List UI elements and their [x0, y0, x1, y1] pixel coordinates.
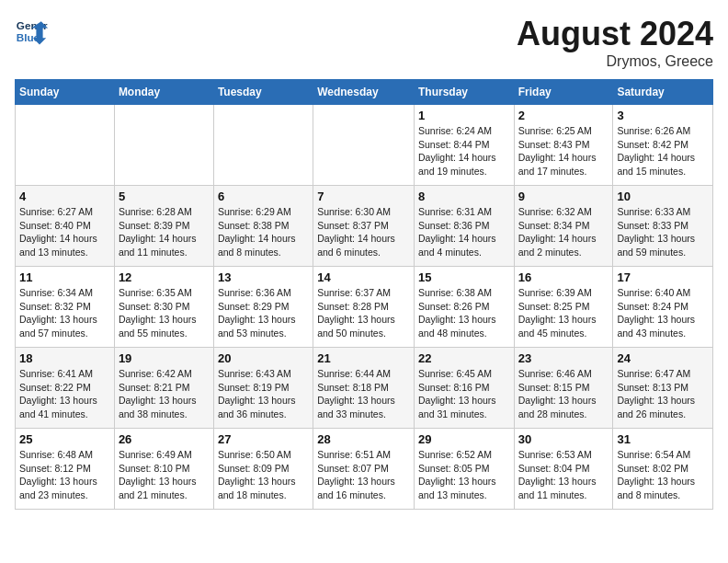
day-number: 18 [19, 351, 110, 365]
calendar-cell: 7Sunrise: 6:30 AM Sunset: 8:37 PM Daylig… [313, 186, 415, 267]
calendar-cell: 2Sunrise: 6:25 AM Sunset: 8:43 PM Daylig… [514, 105, 613, 186]
logo-icon: General Blue [15, 15, 48, 48]
logo: General Blue [15, 15, 48, 48]
day-of-week-row: SundayMondayTuesdayWednesdayThursdayFrid… [16, 80, 713, 105]
day-number: 30 [518, 432, 609, 446]
calendar-week: 4Sunrise: 6:27 AM Sunset: 8:40 PM Daylig… [16, 186, 713, 267]
calendar-table: SundayMondayTuesdayWednesdayThursdayFrid… [15, 79, 713, 510]
day-number: 13 [218, 270, 309, 284]
day-number: 26 [119, 432, 210, 446]
calendar-cell: 6Sunrise: 6:29 AM Sunset: 8:38 PM Daylig… [213, 186, 313, 267]
day-info: Sunrise: 6:51 AM Sunset: 8:07 PM Dayligh… [317, 448, 410, 502]
day-info: Sunrise: 6:37 AM Sunset: 8:28 PM Dayligh… [317, 286, 410, 340]
day-info: Sunrise: 6:36 AM Sunset: 8:29 PM Dayligh… [218, 286, 309, 340]
day-number: 12 [119, 270, 210, 284]
day-number: 2 [518, 109, 609, 122]
calendar-cell: 11Sunrise: 6:34 AM Sunset: 8:32 PM Dayli… [16, 267, 115, 348]
calendar-cell: 8Sunrise: 6:31 AM Sunset: 8:36 PM Daylig… [414, 186, 514, 267]
dow-header: Saturday [613, 80, 713, 105]
day-info: Sunrise: 6:30 AM Sunset: 8:37 PM Dayligh… [317, 205, 410, 259]
day-number: 10 [617, 190, 709, 203]
day-info: Sunrise: 6:46 AM Sunset: 8:15 PM Dayligh… [518, 367, 609, 421]
day-info: Sunrise: 6:28 AM Sunset: 8:39 PM Dayligh… [119, 205, 210, 259]
day-info: Sunrise: 6:27 AM Sunset: 8:40 PM Dayligh… [19, 205, 110, 259]
day-number: 17 [617, 270, 709, 284]
calendar-cell: 5Sunrise: 6:28 AM Sunset: 8:39 PM Daylig… [114, 186, 213, 267]
day-number: 16 [518, 270, 609, 284]
day-number: 4 [19, 190, 110, 203]
calendar-cell: 9Sunrise: 6:32 AM Sunset: 8:34 PM Daylig… [514, 186, 613, 267]
day-info: Sunrise: 6:26 AM Sunset: 8:42 PM Dayligh… [617, 124, 709, 178]
dow-header: Sunday [16, 80, 115, 105]
calendar-cell: 29Sunrise: 6:52 AM Sunset: 8:05 PM Dayli… [414, 429, 514, 510]
day-info: Sunrise: 6:45 AM Sunset: 8:16 PM Dayligh… [418, 367, 510, 421]
day-info: Sunrise: 6:35 AM Sunset: 8:30 PM Dayligh… [119, 286, 210, 340]
calendar-cell: 10Sunrise: 6:33 AM Sunset: 8:33 PM Dayli… [613, 186, 713, 267]
day-info: Sunrise: 6:31 AM Sunset: 8:36 PM Dayligh… [418, 205, 510, 259]
calendar-cell: 24Sunrise: 6:47 AM Sunset: 8:13 PM Dayli… [613, 348, 713, 429]
location: Drymos, Greece [517, 53, 713, 70]
calendar-cell [16, 105, 115, 186]
dow-header: Wednesday [313, 80, 415, 105]
calendar-cell: 26Sunrise: 6:49 AM Sunset: 8:10 PM Dayli… [114, 429, 213, 510]
month-title: August 2024 [517, 15, 713, 53]
day-number: 24 [617, 351, 709, 365]
calendar-cell: 17Sunrise: 6:40 AM Sunset: 8:24 PM Dayli… [613, 267, 713, 348]
day-info: Sunrise: 6:54 AM Sunset: 8:02 PM Dayligh… [617, 448, 709, 502]
day-number: 31 [617, 432, 709, 446]
day-info: Sunrise: 6:43 AM Sunset: 8:19 PM Dayligh… [218, 367, 309, 421]
day-number: 9 [518, 190, 609, 203]
calendar-week: 18Sunrise: 6:41 AM Sunset: 8:22 PM Dayli… [16, 348, 713, 429]
calendar-cell: 28Sunrise: 6:51 AM Sunset: 8:07 PM Dayli… [313, 429, 415, 510]
day-number: 29 [418, 432, 510, 446]
day-info: Sunrise: 6:44 AM Sunset: 8:18 PM Dayligh… [317, 367, 410, 421]
day-number: 5 [119, 190, 210, 203]
day-number: 15 [418, 270, 510, 284]
day-number: 22 [418, 351, 510, 365]
day-info: Sunrise: 6:49 AM Sunset: 8:10 PM Dayligh… [119, 448, 210, 502]
calendar-cell: 19Sunrise: 6:42 AM Sunset: 8:21 PM Dayli… [114, 348, 213, 429]
calendar-cell: 20Sunrise: 6:43 AM Sunset: 8:19 PM Dayli… [213, 348, 313, 429]
calendar-cell: 12Sunrise: 6:35 AM Sunset: 8:30 PM Dayli… [114, 267, 213, 348]
day-info: Sunrise: 6:39 AM Sunset: 8:25 PM Dayligh… [518, 286, 609, 340]
calendar-week: 25Sunrise: 6:48 AM Sunset: 8:12 PM Dayli… [16, 429, 713, 510]
calendar-cell: 21Sunrise: 6:44 AM Sunset: 8:18 PM Dayli… [313, 348, 415, 429]
day-info: Sunrise: 6:47 AM Sunset: 8:13 PM Dayligh… [617, 367, 709, 421]
day-number: 14 [317, 270, 410, 284]
calendar-cell: 23Sunrise: 6:46 AM Sunset: 8:15 PM Dayli… [514, 348, 613, 429]
day-info: Sunrise: 6:40 AM Sunset: 8:24 PM Dayligh… [617, 286, 709, 340]
page-header: General Blue August 2024 Drymos, Greece [15, 15, 713, 70]
day-number: 23 [518, 351, 609, 365]
day-info: Sunrise: 6:33 AM Sunset: 8:33 PM Dayligh… [617, 205, 709, 259]
calendar-cell: 22Sunrise: 6:45 AM Sunset: 8:16 PM Dayli… [414, 348, 514, 429]
calendar-week: 11Sunrise: 6:34 AM Sunset: 8:32 PM Dayli… [16, 267, 713, 348]
dow-header: Monday [114, 80, 213, 105]
day-number: 11 [19, 270, 110, 284]
day-number: 19 [119, 351, 210, 365]
day-info: Sunrise: 6:38 AM Sunset: 8:26 PM Dayligh… [418, 286, 510, 340]
day-info: Sunrise: 6:50 AM Sunset: 8:09 PM Dayligh… [218, 448, 309, 502]
day-number: 6 [218, 190, 309, 203]
day-info: Sunrise: 6:48 AM Sunset: 8:12 PM Dayligh… [19, 448, 110, 502]
day-number: 25 [19, 432, 110, 446]
calendar-cell: 15Sunrise: 6:38 AM Sunset: 8:26 PM Dayli… [414, 267, 514, 348]
dow-header: Tuesday [213, 80, 313, 105]
calendar-cell: 13Sunrise: 6:36 AM Sunset: 8:29 PM Dayli… [213, 267, 313, 348]
calendar-cell: 1Sunrise: 6:24 AM Sunset: 8:44 PM Daylig… [414, 105, 514, 186]
day-info: Sunrise: 6:29 AM Sunset: 8:38 PM Dayligh… [218, 205, 309, 259]
day-info: Sunrise: 6:52 AM Sunset: 8:05 PM Dayligh… [418, 448, 510, 502]
calendar-cell [114, 105, 213, 186]
calendar-cell: 4Sunrise: 6:27 AM Sunset: 8:40 PM Daylig… [16, 186, 115, 267]
calendar-cell: 18Sunrise: 6:41 AM Sunset: 8:22 PM Dayli… [16, 348, 115, 429]
calendar-cell [313, 105, 415, 186]
calendar-cell: 16Sunrise: 6:39 AM Sunset: 8:25 PM Dayli… [514, 267, 613, 348]
calendar-cell: 30Sunrise: 6:53 AM Sunset: 8:04 PM Dayli… [514, 429, 613, 510]
day-number: 28 [317, 432, 410, 446]
day-info: Sunrise: 6:53 AM Sunset: 8:04 PM Dayligh… [518, 448, 609, 502]
day-info: Sunrise: 6:41 AM Sunset: 8:22 PM Dayligh… [19, 367, 110, 421]
calendar-cell: 31Sunrise: 6:54 AM Sunset: 8:02 PM Dayli… [613, 429, 713, 510]
calendar-week: 1Sunrise: 6:24 AM Sunset: 8:44 PM Daylig… [16, 105, 713, 186]
day-number: 20 [218, 351, 309, 365]
day-number: 21 [317, 351, 410, 365]
day-info: Sunrise: 6:34 AM Sunset: 8:32 PM Dayligh… [19, 286, 110, 340]
